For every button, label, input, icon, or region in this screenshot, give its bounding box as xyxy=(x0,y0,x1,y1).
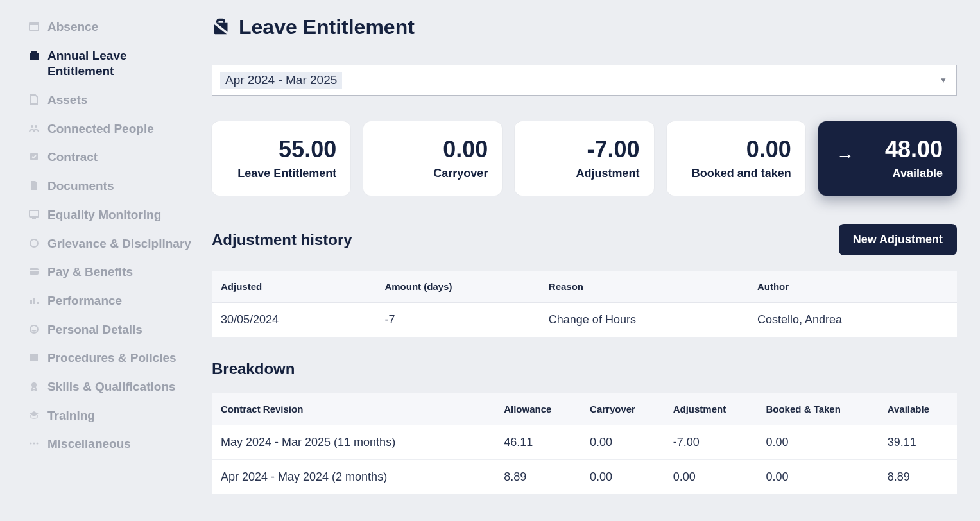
cell-available: 8.89 xyxy=(879,460,957,495)
svg-point-12 xyxy=(30,325,38,333)
sidebar-item-procedures-policies[interactable]: Procedures & Policies xyxy=(28,350,193,366)
book-icon xyxy=(28,352,40,363)
sidebar-item-label: Performance xyxy=(47,293,122,309)
col-adjusted: Adjusted xyxy=(212,271,375,303)
card-booked-taken: 0.00 Booked and taken xyxy=(667,121,805,196)
face-icon xyxy=(28,238,40,248)
card-carryover: 0.00 Carryover xyxy=(363,121,502,196)
sidebar-item-grievance-disciplinary[interactable]: Grievance & Disciplinary xyxy=(28,236,193,252)
sidebar-item-label: Grievance & Disciplinary xyxy=(47,236,191,252)
sidebar-item-label: Training xyxy=(47,408,95,424)
cell-booked: 0.00 xyxy=(757,460,878,495)
sidebar-item-miscellaneous[interactable]: Miscellaneous xyxy=(28,436,193,452)
svg-rect-5 xyxy=(30,210,39,217)
sidebar-item-skills-qualifications[interactable]: Skills & Qualifications xyxy=(28,379,193,395)
svg-point-2 xyxy=(31,125,33,128)
table-row[interactable]: 30/05/2024 -7 Change of Hours Costello, … xyxy=(212,303,957,337)
breakdown-title: Breakdown xyxy=(212,360,957,378)
summary-cards: 55.00 Leave Entitlement 0.00 Carryover -… xyxy=(212,121,957,196)
card-available: → 48.00 Available xyxy=(818,121,957,196)
file-icon xyxy=(28,94,40,105)
col-available: Available xyxy=(879,393,957,425)
check-square-icon xyxy=(28,151,40,162)
sidebar-item-pay-benefits[interactable]: Pay & Benefits xyxy=(28,264,193,280)
card-label: Available xyxy=(832,166,943,181)
sidebar: Absence Annual Leave Entitlement Assets … xyxy=(0,0,212,521)
sidebar-item-performance[interactable]: Performance xyxy=(28,293,193,309)
svg-rect-10 xyxy=(33,298,35,304)
svg-rect-8 xyxy=(30,270,39,271)
svg-point-3 xyxy=(35,125,37,128)
svg-point-16 xyxy=(37,443,39,445)
sidebar-item-label: Personal Details xyxy=(47,322,142,338)
breakdown-table: Contract Revision Allowance Carryover Ad… xyxy=(212,393,957,494)
sidebar-item-label: Contract xyxy=(47,149,98,166)
card-value: 0.00 xyxy=(377,137,488,162)
card-label: Leave Entitlement xyxy=(226,166,336,181)
sidebar-item-connected-people[interactable]: Connected People xyxy=(28,121,193,137)
cell-amount: -7 xyxy=(375,303,539,337)
col-amount: Amount (days) xyxy=(375,271,539,303)
cell-carryover: 0.00 xyxy=(581,460,664,495)
sidebar-item-training[interactable]: Training xyxy=(28,408,193,424)
cell-adjusted: 30/05/2024 xyxy=(212,303,375,337)
briefcase-icon xyxy=(212,17,230,38)
cell-booked: 0.00 xyxy=(757,425,878,460)
briefcase-icon xyxy=(28,50,40,60)
calendar-icon xyxy=(28,21,40,31)
main-content: Leave Entitlement Apr 2024 - Mar 2025 ▼ … xyxy=(212,0,980,521)
adjustment-history-table: Adjusted Amount (days) Reason Author 30/… xyxy=(212,271,957,337)
adjustment-history-title: Adjustment history xyxy=(212,231,352,249)
col-booked-taken: Booked & Taken xyxy=(757,393,878,425)
period-select[interactable]: Apr 2024 - Mar 2025 ▼ xyxy=(212,65,957,96)
dots-icon xyxy=(28,438,40,448)
period-selected-value: Apr 2024 - Mar 2025 xyxy=(220,72,342,89)
bar-chart-icon xyxy=(28,295,40,305)
sidebar-item-contract[interactable]: Contract xyxy=(28,149,193,166)
monitor-icon xyxy=(28,209,40,219)
col-adjustment: Adjustment xyxy=(664,393,757,425)
svg-point-15 xyxy=(33,443,35,445)
sidebar-item-label: Procedures & Policies xyxy=(47,350,176,366)
chevron-down-icon: ▼ xyxy=(940,76,947,85)
card-label: Booked and taken xyxy=(681,166,791,181)
cell-author: Costello, Andrea xyxy=(748,303,957,337)
card-value: -7.00 xyxy=(529,137,639,162)
col-author: Author xyxy=(748,271,957,303)
table-row[interactable]: May 2024 - Mar 2025 (11 months) 46.11 0.… xyxy=(212,425,957,460)
sidebar-item-label: Absence xyxy=(47,19,98,35)
cell-allowance: 46.11 xyxy=(495,425,581,460)
card-icon xyxy=(28,266,40,277)
sidebar-item-personal-details[interactable]: Personal Details xyxy=(28,322,193,338)
sidebar-item-annual-leave-entitlement[interactable]: Annual Leave Entitlement xyxy=(28,48,193,80)
sidebar-item-equality-monitoring[interactable]: Equality Monitoring xyxy=(28,207,193,223)
sidebar-item-label: Documents xyxy=(47,178,114,194)
sidebar-item-assets[interactable]: Assets xyxy=(28,92,193,108)
svg-point-14 xyxy=(30,443,32,445)
col-carryover: Carryover xyxy=(581,393,664,425)
table-row[interactable]: Apr 2024 - May 2024 (2 months) 8.89 0.00… xyxy=(212,460,957,495)
svg-point-6 xyxy=(30,239,38,247)
card-leave-entitlement: 55.00 Leave Entitlement xyxy=(212,121,350,196)
cell-reason: Change of Hours xyxy=(540,303,748,337)
col-contract-revision: Contract Revision xyxy=(212,393,495,425)
card-value: 0.00 xyxy=(681,137,791,162)
col-allowance: Allowance xyxy=(495,393,581,425)
svg-rect-11 xyxy=(37,302,39,304)
medal-icon xyxy=(28,381,40,391)
sidebar-item-documents[interactable]: Documents xyxy=(28,178,193,194)
cell-revision: Apr 2024 - May 2024 (2 months) xyxy=(212,460,495,495)
sidebar-item-label: Annual Leave Entitlement xyxy=(47,48,193,80)
sidebar-item-label: Miscellaneous xyxy=(47,436,131,452)
grad-cap-icon xyxy=(28,410,40,420)
card-label: Carryover xyxy=(377,166,488,181)
sidebar-item-label: Skills & Qualifications xyxy=(47,379,176,395)
svg-rect-9 xyxy=(30,300,32,304)
cell-adjustment: 0.00 xyxy=(664,460,757,495)
page-title: Leave Entitlement xyxy=(239,15,415,39)
sidebar-item-absence[interactable]: Absence xyxy=(28,19,193,35)
sidebar-item-label: Connected People xyxy=(47,121,154,137)
people-icon xyxy=(28,123,40,133)
cell-revision: May 2024 - Mar 2025 (11 months) xyxy=(212,425,495,460)
new-adjustment-button[interactable]: New Adjustment xyxy=(839,224,957,255)
